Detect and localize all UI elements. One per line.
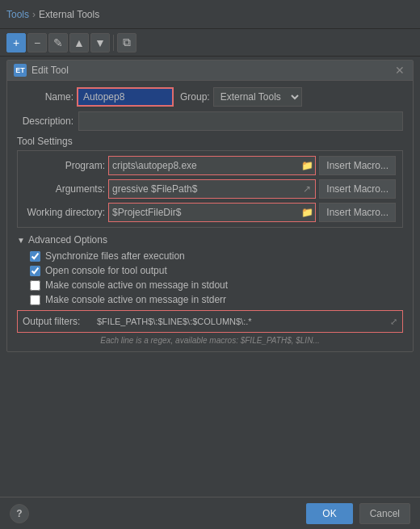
- tool-settings-box: Program: 📁 Insert Macro... Arguments: ↗ …: [17, 150, 403, 228]
- breadcrumb: Tools › External Tools: [6, 9, 99, 20]
- description-label: Description:: [17, 115, 74, 127]
- description-row: Description:: [17, 111, 403, 131]
- workdir-input[interactable]: [109, 204, 299, 221]
- workdir-row: Working directory: 📁 Insert Macro...: [24, 203, 396, 222]
- dialog-icon-text: ET: [15, 66, 25, 74]
- stderr-label[interactable]: Make console active on message in stderr: [45, 294, 226, 305]
- group-select[interactable]: External Tools: [213, 87, 302, 107]
- sync-row: Synchronize files after execution: [17, 250, 403, 262]
- group-label: Group:: [180, 91, 210, 103]
- workdir-label: Working directory:: [24, 207, 105, 218]
- stdout-label[interactable]: Make console active on message in stdout: [45, 279, 228, 291]
- console-label[interactable]: Open console for tool output: [45, 265, 167, 276]
- stdout-checkbox[interactable]: [30, 280, 40, 291]
- stdout-row: Make console active on message in stdout: [17, 279, 403, 291]
- toolbar-separator: [113, 35, 114, 51]
- program-row: Program: 📁 Insert Macro...: [24, 156, 396, 175]
- program-label: Program:: [24, 160, 105, 171]
- output-filters-label: Output filters:: [19, 316, 90, 327]
- dialog-close-button[interactable]: ✕: [393, 64, 406, 77]
- ok-button[interactable]: OK: [306, 503, 352, 524]
- dialog-titlebar: ET Edit Tool ✕: [7, 61, 413, 81]
- bottom-buttons: OK Cancel: [306, 503, 410, 524]
- move-up-button[interactable]: ▲: [69, 33, 89, 52]
- program-browse-button[interactable]: 📁: [299, 157, 315, 174]
- dialog-title-left: ET Edit Tool: [14, 64, 69, 77]
- workdir-insert-macro-button[interactable]: Insert Macro...: [319, 203, 396, 222]
- action-toolbar: + − ✎ ▲ ▼ ⧉: [0, 29, 420, 57]
- copy-tool-button[interactable]: ⧉: [117, 33, 136, 52]
- edit-tool-button[interactable]: ✎: [48, 33, 68, 52]
- dialog-icon: ET: [14, 64, 27, 77]
- cancel-button[interactable]: Cancel: [359, 503, 410, 524]
- group-part: Group: External Tools: [180, 87, 302, 107]
- arguments-insert-macro-button[interactable]: Insert Macro...: [319, 179, 396, 199]
- console-checkbox[interactable]: [30, 266, 40, 276]
- expand-icon[interactable]: ⤢: [386, 314, 401, 329]
- name-part: Name:: [17, 87, 174, 107]
- arguments-browse-button[interactable]: ↗: [299, 180, 315, 198]
- help-button[interactable]: ?: [10, 504, 29, 523]
- output-filters-hint: Each line is a regex, available macros: …: [17, 336, 403, 345]
- stderr-row: Make console active on message in stderr: [17, 294, 403, 305]
- workdir-input-wrap: 📁: [108, 203, 316, 222]
- advanced-label: Advanced Options: [28, 234, 107, 246]
- arguments-input-wrap: ↗: [108, 179, 316, 199]
- advanced-options-header[interactable]: ▼ Advanced Options: [17, 234, 403, 246]
- description-input[interactable]: [78, 111, 403, 131]
- breadcrumb-separator: ›: [32, 9, 36, 20]
- edit-tool-dialog: ET Edit Tool ✕ Name: Group: External Too…: [6, 60, 414, 352]
- bottom-bar: ? OK Cancel: [0, 497, 420, 529]
- sync-label[interactable]: Synchronize files after execution: [45, 250, 185, 262]
- breadcrumb-toolbar: Tools › External Tools: [0, 0, 420, 29]
- arguments-label: Arguments:: [24, 183, 105, 195]
- sync-checkbox[interactable]: [30, 251, 40, 262]
- dialog-body: Name: Group: External Tools Description:…: [7, 81, 413, 351]
- program-insert-macro-button[interactable]: Insert Macro...: [319, 156, 396, 175]
- output-filters-input[interactable]: [94, 313, 383, 330]
- breadcrumb-current: External Tools: [39, 9, 99, 20]
- stderr-checkbox[interactable]: [30, 295, 40, 305]
- program-input-wrap: 📁: [108, 156, 316, 175]
- name-input[interactable]: [77, 87, 174, 107]
- output-filters-row: Output filters: ⤢: [17, 310, 403, 333]
- arguments-input[interactable]: [109, 180, 299, 198]
- remove-tool-button[interactable]: −: [27, 33, 47, 52]
- console-row: Open console for tool output: [17, 265, 403, 276]
- name-group-row: Name: Group: External Tools: [17, 87, 403, 107]
- move-down-button[interactable]: ▼: [90, 33, 110, 52]
- workdir-browse-button[interactable]: 📁: [299, 204, 315, 221]
- name-label: Name:: [17, 91, 74, 103]
- dialog-title-text: Edit Tool: [32, 65, 69, 76]
- tool-settings-header: Tool Settings: [17, 136, 403, 147]
- program-input[interactable]: [109, 157, 299, 174]
- breadcrumb-parent[interactable]: Tools: [6, 9, 29, 20]
- advanced-arrow-icon: ▼: [17, 236, 25, 245]
- add-tool-button[interactable]: +: [6, 33, 26, 52]
- arguments-row: Arguments: ↗ Insert Macro...: [24, 179, 396, 199]
